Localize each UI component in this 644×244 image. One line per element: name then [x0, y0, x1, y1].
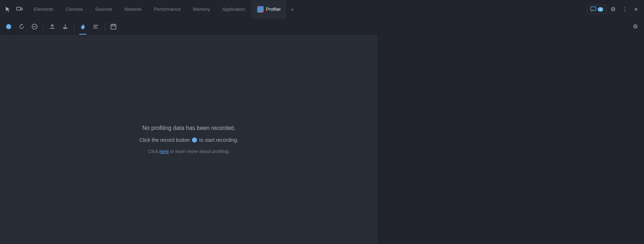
tab-profiler[interactable]: Profiler: [251, 0, 286, 19]
tab-sources-label: Sources: [95, 6, 112, 12]
calendar-icon: [110, 23, 117, 30]
tab-application[interactable]: Application: [216, 0, 251, 19]
profiler-toolbar: ⚙: [0, 19, 644, 35]
gear-icon: ⚙: [611, 6, 616, 13]
tab-console-label: Console: [66, 6, 83, 12]
tab-bar-right-controls: 1 ⚙ ⋮ ✕: [587, 4, 641, 14]
load-profile-button[interactable]: [46, 21, 58, 32]
tab-performance[interactable]: Performance: [148, 0, 186, 19]
reload-profile-button[interactable]: [16, 21, 27, 32]
svg-rect-1: [21, 8, 22, 10]
tab-network-label: Network: [125, 6, 142, 12]
toolbar-divider-2: [74, 22, 74, 31]
link-suffix: to learn more about profiling.: [170, 149, 229, 154]
more-tabs-button[interactable]: »: [287, 4, 297, 14]
tab-console[interactable]: Console: [60, 0, 89, 19]
tab-bar: Elements Console Sources Network Perform…: [0, 0, 644, 19]
main-area: No profiling data has been recorded. Cli…: [0, 35, 644, 244]
tab-sources[interactable]: Sources: [89, 0, 118, 19]
tab-bar-left-controls: [3, 4, 24, 14]
empty-title: No profiling data has been recorded.: [142, 125, 236, 131]
cursor-button[interactable]: [3, 4, 13, 14]
save-profile-button[interactable]: [59, 21, 71, 32]
svg-rect-0: [17, 7, 21, 10]
flamechart-button[interactable]: [77, 21, 89, 32]
svg-rect-9: [111, 24, 116, 29]
empty-subtitle: Click the record button to start recordi…: [139, 137, 238, 143]
tab-performance-label: Performance: [154, 6, 180, 12]
profiler-panel: No profiling data has been recorded. Cli…: [0, 35, 378, 244]
close-devtools-button[interactable]: ✕: [631, 4, 641, 14]
chart-icon: [93, 23, 99, 30]
clear-profiles-button[interactable]: [29, 21, 40, 32]
svg-rect-2: [591, 7, 596, 10]
more-vertical-icon: ⋮: [622, 6, 627, 13]
record-button[interactable]: [3, 21, 14, 32]
toolbar-divider-1: [43, 22, 44, 31]
svg-point-3: [6, 24, 11, 29]
toolbar-divider-3: [104, 22, 105, 31]
right-panel: [378, 35, 644, 244]
tab-profiler-label: Profiler: [266, 6, 281, 12]
tab-memory[interactable]: Memory: [187, 0, 216, 19]
tab-elements[interactable]: Elements: [28, 0, 59, 19]
profiler-settings-button[interactable]: ⚙: [630, 21, 641, 32]
empty-state: No profiling data has been recorded. Cli…: [139, 125, 238, 154]
close-icon: ✕: [634, 6, 638, 12]
flame-icon: [80, 23, 86, 30]
feedback-button[interactable]: 1: [587, 5, 607, 14]
device-toggle-button[interactable]: [14, 4, 24, 14]
coverage-button[interactable]: [108, 21, 119, 32]
chat-icon: [590, 6, 596, 12]
empty-link-line: Click here to learn more about profiling…: [148, 149, 230, 154]
record-dot-inline: [192, 137, 197, 143]
profiler-icon: [257, 6, 264, 13]
subtitle-suffix: to start recording.: [199, 137, 238, 143]
stop-icon: [31, 23, 38, 30]
devtools-settings-button[interactable]: ⚙: [608, 4, 618, 14]
settings-gear-icon: ⚙: [633, 23, 638, 30]
download-icon: [62, 23, 68, 30]
reload-icon: [18, 23, 25, 30]
link-prefix: Click: [148, 149, 158, 154]
learn-more-link[interactable]: here: [160, 149, 169, 154]
tab-memory-label: Memory: [193, 6, 210, 12]
subtitle-prefix: Click the record button: [139, 137, 190, 143]
tab-elements-label: Elements: [34, 6, 53, 12]
chart-type-button[interactable]: [90, 21, 102, 32]
upload-icon: [49, 23, 55, 30]
tab-network[interactable]: Network: [119, 0, 148, 19]
more-options-button[interactable]: ⋮: [620, 4, 630, 14]
record-icon: [5, 23, 12, 30]
tab-application-label: Application: [222, 6, 245, 12]
feedback-badge: 1: [598, 7, 603, 12]
